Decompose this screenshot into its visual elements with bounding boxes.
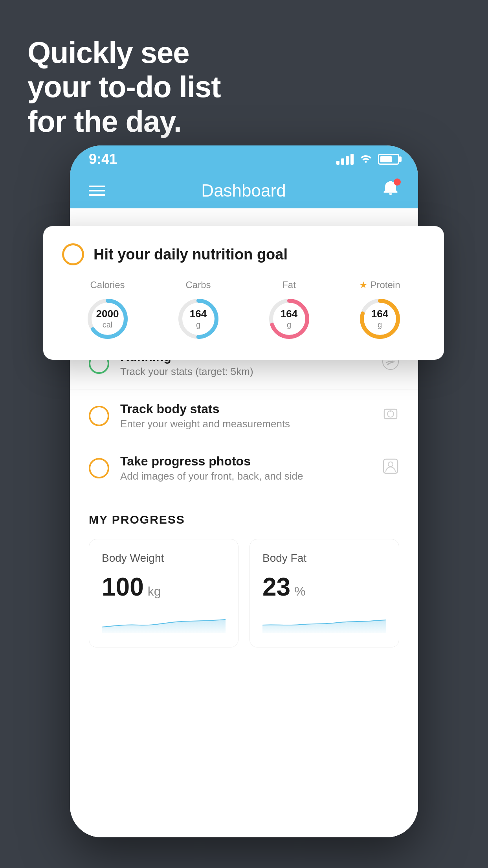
calories-label: Calories xyxy=(90,280,125,291)
stat-carbs: Carbs 164 g xyxy=(175,280,222,342)
todo-checkbox-photos[interactable] xyxy=(89,458,109,478)
fat-donut: 164 g xyxy=(266,295,313,342)
body-weight-value-row: 100 kg xyxy=(102,572,226,601)
carbs-donut: 164 g xyxy=(175,295,222,342)
todo-text-body-stats: Track body stats Enter your weight and m… xyxy=(120,402,371,430)
body-fat-unit: % xyxy=(294,584,305,599)
todo-desc-running: Track your stats (target: 5km) xyxy=(120,366,371,378)
todo-desc-photos: Add images of your front, back, and side xyxy=(120,470,371,482)
body-weight-label: Body Weight xyxy=(102,552,226,565)
fat-label: Fat xyxy=(282,280,296,291)
signal-icon xyxy=(336,154,354,165)
person-icon xyxy=(382,458,399,479)
progress-section-title: MY PROGRESS xyxy=(89,513,399,526)
notification-dot xyxy=(394,178,401,186)
scale-icon xyxy=(382,405,399,427)
protein-label: ★ Protein xyxy=(359,280,400,291)
protein-donut: 164 g xyxy=(356,295,404,342)
body-fat-label: Body Fat xyxy=(262,552,386,565)
hamburger-menu[interactable] xyxy=(89,186,105,196)
status-icons xyxy=(336,153,399,166)
svg-point-5 xyxy=(388,462,393,467)
todo-desc-body-stats: Enter your weight and measurements xyxy=(120,418,371,430)
todo-item-photos[interactable]: Take progress photos Add images of your … xyxy=(70,442,418,494)
carbs-label: Carbs xyxy=(185,280,211,291)
status-bar: 9:41 xyxy=(70,145,418,173)
carbs-unit: g xyxy=(190,320,207,330)
protein-value: 164 xyxy=(371,308,388,320)
notification-bell[interactable] xyxy=(382,180,399,201)
status-time: 9:41 xyxy=(89,151,117,167)
todo-checkbox-body-stats[interactable] xyxy=(89,406,109,426)
nutrition-checkbox[interactable] xyxy=(62,243,84,265)
nav-title: Dashboard xyxy=(201,181,286,200)
stat-fat: Fat 164 g xyxy=(266,280,313,342)
calories-unit: cal xyxy=(96,320,119,330)
wifi-icon xyxy=(359,153,372,166)
body-weight-chart xyxy=(102,609,226,633)
progress-cards: Body Weight 100 kg xyxy=(89,539,399,647)
stat-calories: Calories 2000 cal xyxy=(84,280,131,342)
todo-list: Running Track your stats (target: 5km) T… xyxy=(70,337,418,494)
svg-point-2 xyxy=(387,411,394,417)
todo-item-body-stats[interactable]: Track body stats Enter your weight and m… xyxy=(70,390,418,442)
stat-protein: ★ Protein 164 g xyxy=(356,280,404,342)
carbs-value: 164 xyxy=(190,308,207,320)
todo-text-photos: Take progress photos Add images of your … xyxy=(120,454,371,482)
calories-donut: 2000 cal xyxy=(84,295,131,342)
hero-text: Quickly see your to-do list for the day. xyxy=(28,35,221,138)
body-fat-card[interactable]: Body Fat 23 % xyxy=(250,539,399,647)
progress-section: MY PROGRESS Body Weight 100 kg xyxy=(70,494,418,647)
body-fat-chart xyxy=(262,609,386,633)
body-fat-value-row: 23 % xyxy=(262,572,386,601)
protein-star-icon: ★ xyxy=(359,280,368,291)
body-weight-unit: kg xyxy=(148,584,161,599)
nutrition-stats: Calories 2000 cal Carbs xyxy=(62,280,425,342)
battery-icon xyxy=(378,154,399,165)
todo-name-body-stats: Track body stats xyxy=(120,402,371,416)
calories-value: 2000 xyxy=(96,308,119,320)
protein-unit: g xyxy=(371,320,388,330)
body-weight-value: 100 xyxy=(102,572,144,601)
nutrition-card: Hit your daily nutrition goal Calories 2… xyxy=(43,226,444,360)
nutrition-title: Hit your daily nutrition goal xyxy=(94,246,288,263)
body-weight-card[interactable]: Body Weight 100 kg xyxy=(89,539,238,647)
body-fat-value: 23 xyxy=(262,572,290,601)
fat-unit: g xyxy=(281,320,297,330)
nav-bar: Dashboard xyxy=(70,173,418,208)
todo-name-photos: Take progress photos xyxy=(120,454,371,469)
nutrition-header: Hit your daily nutrition goal xyxy=(62,243,425,265)
fat-value: 164 xyxy=(281,308,297,320)
